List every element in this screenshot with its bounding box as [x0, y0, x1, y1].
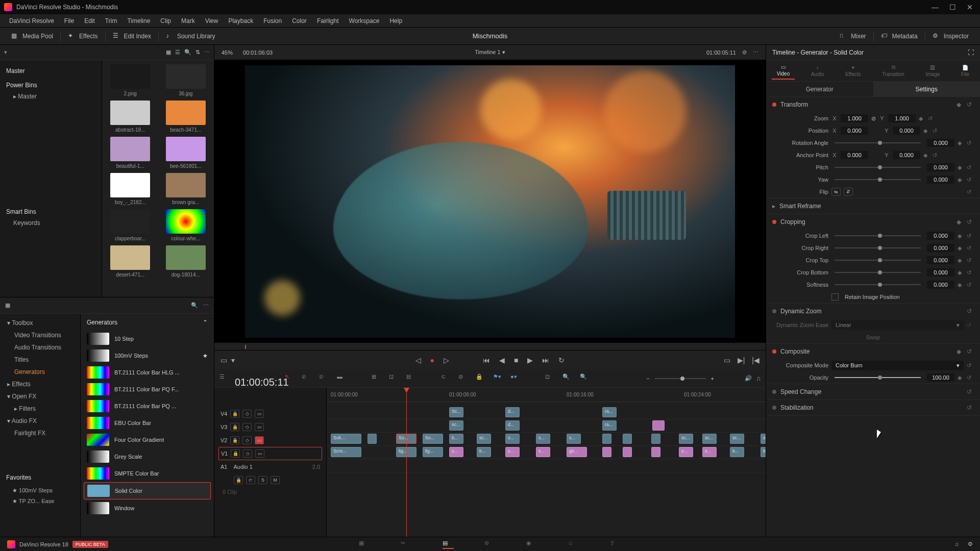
timeline-clip[interactable]: d...	[505, 407, 520, 417]
pos-x[interactable]: 0.000	[841, 127, 868, 135]
stabilization-header[interactable]: Stabilization	[780, 404, 814, 411]
fx-toolbox[interactable]: ▾ Toolbox	[0, 317, 80, 329]
timeline-clip[interactable]: sc...	[679, 434, 693, 444]
composite-header[interactable]: Composite	[780, 348, 810, 355]
timeline-clip[interactable]: s...	[679, 447, 693, 457]
timeline-clip[interactable]	[623, 434, 632, 444]
anchor-y[interactable]: 0.000	[893, 151, 920, 159]
crop-right-slider[interactable]	[835, 247, 921, 248]
pitch-slider[interactable]	[835, 167, 921, 168]
inspector-toggle[interactable]: ⚙Inspector	[927, 30, 974, 42]
timeline-clip[interactable]	[368, 434, 377, 444]
playhead[interactable]	[406, 388, 407, 537]
first-frame-icon[interactable]: ⏮	[483, 356, 490, 364]
power-bins-header[interactable]: Power Bins	[4, 78, 97, 91]
audio-icon[interactable]: 🔊	[745, 375, 752, 382]
menu-item[interactable]: Trim	[105, 17, 117, 24]
menu-item[interactable]: View	[205, 17, 218, 24]
next-edit-icon[interactable]: ▷	[444, 356, 449, 364]
menu-item[interactable]: Color	[292, 17, 307, 24]
replace-icon[interactable]: ⊟	[406, 373, 416, 384]
rotation-val[interactable]: 0.000	[927, 139, 954, 147]
timeline-clip[interactable]: gir...	[567, 447, 587, 457]
timeline-clip[interactable]	[602, 447, 611, 457]
view-icons-icon[interactable]: ▦	[166, 49, 171, 56]
timeline-clip[interactable]: s...	[567, 434, 581, 444]
smart-reframe-header[interactable]: Smart Reframe	[779, 203, 821, 210]
settings-icon[interactable]: ⚙	[968, 541, 973, 547]
stop-icon[interactable]: ■	[514, 356, 518, 364]
marker-icon[interactable]: ●▾	[510, 373, 521, 384]
yaw-slider[interactable]	[835, 179, 921, 180]
media-thumb[interactable]: colour-whe...	[162, 209, 210, 241]
transform-header[interactable]: Transform	[780, 101, 808, 108]
bin-master[interactable]: Master	[4, 64, 97, 78]
blade-tool-icon[interactable]: ▬	[337, 373, 347, 384]
match-frame-icon[interactable]: ▭	[724, 356, 730, 364]
page-fairlight-icon[interactable]: ♫	[568, 540, 579, 549]
generator-item[interactable]: SMPTE Color Bar	[84, 465, 211, 482]
collapse-icon[interactable]: ⌃	[203, 319, 208, 326]
menu-item[interactable]: Clip	[160, 17, 171, 24]
track-v4-header[interactable]: V4🔒◇▭	[218, 407, 322, 420]
zoom-fit-icon[interactable]: ⊡	[545, 373, 555, 384]
menu-item[interactable]: File	[64, 17, 74, 24]
generator-item[interactable]: BT.2111 Color Bar HLG ...	[84, 364, 211, 381]
timeline-clip[interactable]: sc...	[702, 434, 717, 444]
timeline-clip[interactable]: b...	[449, 434, 463, 444]
inspector-expand-icon[interactable]: ⛶	[968, 49, 974, 56]
track-a1-controls[interactable]: 🔒⊂SM	[218, 473, 322, 487]
menu-item[interactable]: Fairlight	[317, 17, 339, 24]
timeline-clip[interactable]: s...	[702, 447, 717, 457]
link-icon[interactable]: ⊘	[458, 373, 469, 384]
cropping-header[interactable]: Cropping	[780, 218, 805, 226]
tab-effects[interactable]: ✦Effects	[840, 63, 866, 79]
pitch-val[interactable]: 0.000	[927, 163, 954, 171]
options-icon[interactable]: ⋯	[204, 49, 210, 56]
timeline-clip[interactable]: b...	[477, 447, 491, 457]
flip-v-icon[interactable]: ⇵	[844, 188, 853, 196]
trim-tool-icon[interactable]: ⎚	[302, 373, 312, 384]
dynamic-trim-icon[interactable]: ⎚	[320, 373, 330, 384]
rotation-slider[interactable]	[835, 142, 921, 143]
viewer-canvas[interactable]	[245, 65, 735, 338]
effects-toggle[interactable]: ✦Effects	[63, 30, 103, 42]
timeline-clip[interactable]: ra...	[602, 420, 617, 431]
timeline-clip[interactable]	[602, 434, 611, 444]
minimize-icon[interactable]: —	[932, 4, 938, 10]
zoom-x[interactable]: 1.000	[841, 114, 868, 122]
crop-soft-slider[interactable]	[835, 284, 921, 285]
media-thumb[interactable]: clapperboar...	[106, 209, 155, 241]
fx-effects[interactable]: ▸ Effects	[0, 378, 80, 390]
ease-select[interactable]: Linear▾	[831, 320, 964, 330]
fx-generators[interactable]: Generators	[0, 366, 80, 378]
tab-image[interactable]: 🖼Image	[921, 63, 945, 79]
tab-file[interactable]: 📄File	[956, 63, 974, 79]
favorite-item[interactable]: ★ TP ZO... Ease	[0, 496, 80, 507]
prev-edit-icon[interactable]: ◁	[415, 356, 421, 364]
close-icon[interactable]: ✕	[967, 4, 973, 10]
fx-options-icon[interactable]: ⋯	[203, 302, 209, 309]
media-thumb[interactable]: brown gra...	[162, 173, 210, 205]
edit-index-toggle[interactable]: ☰Edit Index	[108, 30, 156, 42]
crop-top-slider[interactable]	[835, 260, 921, 261]
timeline-clip[interactable]: sc...	[449, 420, 463, 431]
fx-atrans[interactable]: Audio Transitions	[0, 341, 80, 354]
sort-icon[interactable]: ⇅	[195, 49, 200, 56]
bin-keywords[interactable]: Keywords	[4, 217, 97, 229]
media-thumb[interactable]: bee-561801...	[162, 137, 210, 169]
mixer-mini-icon[interactable]: ⎍	[757, 375, 761, 382]
fx-titles[interactable]: Titles	[0, 354, 80, 366]
opacity-val[interactable]: 100.00	[927, 373, 954, 382]
yaw-val[interactable]: 0.000	[927, 176, 954, 184]
home-icon[interactable]: ⌂	[955, 541, 959, 547]
generator-item[interactable]: Solid Color	[84, 482, 211, 499]
page-edit-icon[interactable]: ▤	[443, 540, 454, 549]
zoom-custom-icon[interactable]: 🔍	[580, 373, 590, 384]
timeline-clip[interactable]: Scre...	[331, 447, 361, 457]
timeline-clip[interactable]: s...	[505, 447, 520, 457]
zoom-slider[interactable]	[655, 378, 706, 379]
goto-out-icon[interactable]: |◀	[752, 356, 760, 364]
pos-y[interactable]: 0.000	[893, 127, 920, 135]
crop-bottom-slider[interactable]	[835, 272, 921, 273]
